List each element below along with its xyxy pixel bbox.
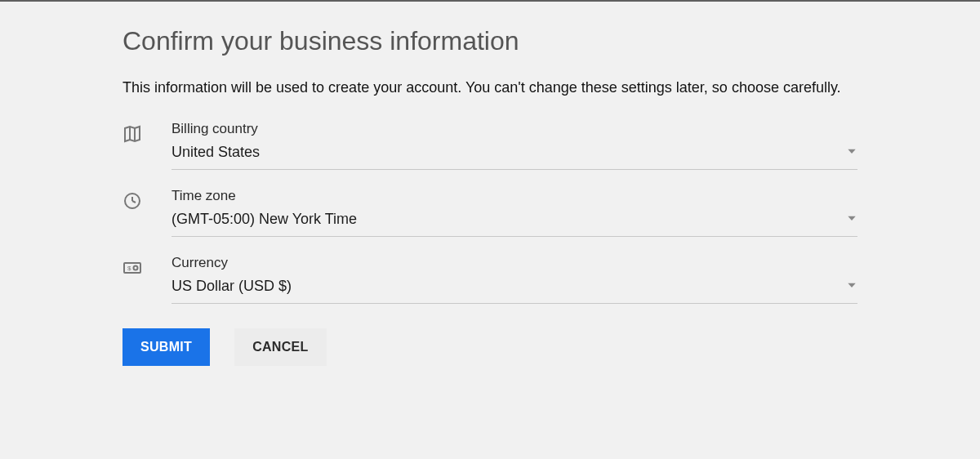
svg-marker-11 — [848, 283, 855, 287]
cancel-button[interactable]: CANCEL — [234, 328, 326, 366]
business-info-form: Confirm your business information This i… — [0, 2, 980, 415]
field-time-zone: Time zone (GMT-05:00) New York Time — [122, 188, 858, 237]
currency-card-icon: $ — [122, 255, 172, 281]
page-title: Confirm your business information — [122, 26, 858, 56]
clock-icon — [122, 188, 172, 214]
chevron-down-icon — [846, 145, 858, 160]
field-billing-country: Billing country United States — [122, 121, 858, 170]
billing-country-value: United States — [172, 144, 260, 161]
svg-marker-3 — [848, 149, 855, 153]
billing-country-label: Billing country — [172, 121, 858, 137]
svg-point-10 — [134, 266, 138, 270]
button-row: SUBMIT CANCEL — [122, 328, 858, 366]
currency-select[interactable]: US Dollar (USD $) — [172, 278, 858, 304]
submit-button[interactable]: SUBMIT — [122, 328, 210, 366]
svg-line-6 — [132, 201, 136, 203]
svg-text:$: $ — [127, 265, 131, 272]
currency-label: Currency — [172, 255, 858, 271]
time-zone-value: (GMT-05:00) New York Time — [172, 211, 357, 228]
map-icon — [122, 121, 172, 147]
chevron-down-icon — [846, 279, 858, 294]
time-zone-select[interactable]: (GMT-05:00) New York Time — [172, 211, 858, 237]
svg-marker-7 — [848, 216, 855, 220]
field-currency: $ Currency US Dollar (USD $) — [122, 255, 858, 304]
currency-value: US Dollar (USD $) — [172, 278, 292, 295]
billing-country-select[interactable]: United States — [172, 144, 858, 170]
svg-marker-0 — [125, 127, 140, 141]
page-description: This information will be used to create … — [122, 79, 858, 96]
chevron-down-icon — [846, 212, 858, 227]
time-zone-label: Time zone — [172, 188, 858, 204]
